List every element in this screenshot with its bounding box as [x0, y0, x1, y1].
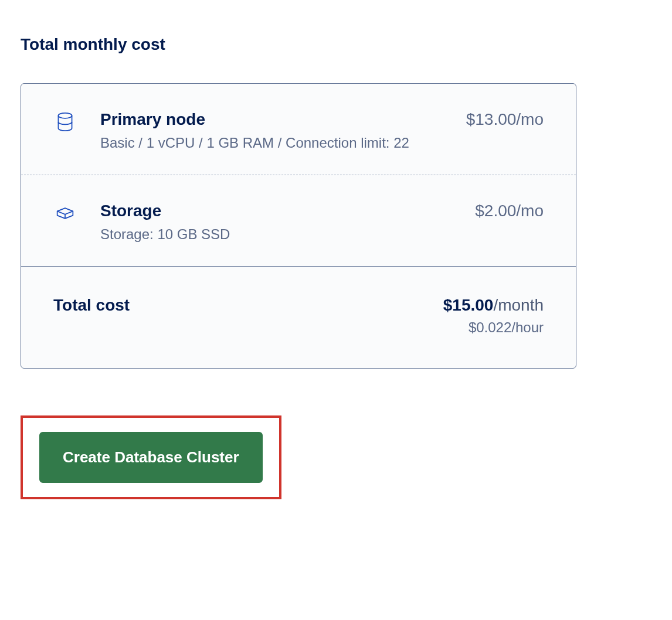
- item-subtitle: Storage: 10 GB SSD: [100, 226, 544, 243]
- highlight-box: Create Database Cluster: [21, 415, 281, 499]
- total-label: Total cost: [53, 296, 130, 315]
- item-subtitle: Basic / 1 vCPU / 1 GB RAM / Connection l…: [100, 135, 544, 151]
- create-database-cluster-button[interactable]: Create Database Cluster: [39, 432, 263, 483]
- item-title: Primary node: [100, 110, 205, 129]
- item-price: $13.00/mo: [466, 110, 544, 129]
- total-amount: $15.00/month: [443, 296, 544, 315]
- line-item-storage: Storage $2.00/mo Storage: 10 GB SSD: [21, 175, 576, 266]
- cost-summary-card: Primary node $13.00/mo Basic / 1 vCPU / …: [21, 83, 576, 369]
- svg-point-0: [58, 113, 72, 118]
- item-title: Storage: [100, 202, 161, 220]
- total-row: Total cost $15.00/month $0.022/hour: [21, 266, 576, 368]
- total-hourly: $0.022/hour: [443, 319, 544, 336]
- item-price: $2.00/mo: [475, 202, 544, 220]
- line-item-primary-node: Primary node $13.00/mo Basic / 1 vCPU / …: [21, 84, 576, 175]
- storage-icon: [53, 202, 77, 223]
- section-title: Total monthly cost: [21, 35, 651, 54]
- database-icon: [53, 110, 77, 131]
